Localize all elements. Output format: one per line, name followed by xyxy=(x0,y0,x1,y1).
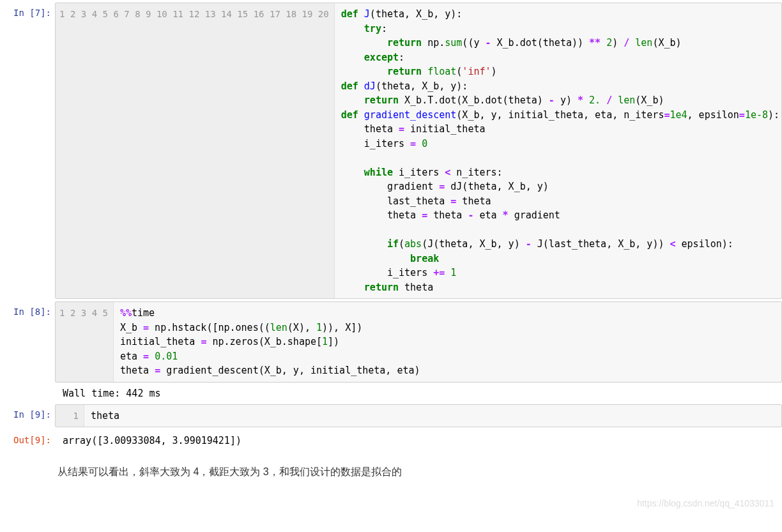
code-box-9[interactable]: 1 theta xyxy=(55,404,782,428)
gutter-9: 1 xyxy=(56,405,84,427)
out-area-9: array([3.00933084, 3.99019421]) xyxy=(55,430,782,449)
output-9: array([3.00933084, 3.99019421]) xyxy=(55,430,782,449)
code-area-8: 1 2 3 4 5 %%time X_b = np.hstack([np.one… xyxy=(55,301,782,402)
cell-in-8: In [8]: 1 2 3 4 5 %%time X_b = np.hstack… xyxy=(0,301,782,402)
code-content-7[interactable]: def J(theta, X_b, y): try: return np.sum… xyxy=(335,3,781,298)
output-8: Wall time: 442 ms xyxy=(55,383,782,402)
code-area-7: 1 2 3 4 5 6 7 8 9 10 11 12 13 14 15 16 1… xyxy=(55,3,782,299)
gutter-7: 1 2 3 4 5 6 7 8 9 10 11 12 13 14 15 16 1… xyxy=(56,3,335,298)
code-box-8[interactable]: 1 2 3 4 5 %%time X_b = np.hstack([np.one… xyxy=(55,301,782,383)
code-area-9: 1 theta xyxy=(55,404,782,428)
cell-in-7: In [7]: 1 2 3 4 5 6 7 8 9 10 11 12 13 14… xyxy=(0,3,782,299)
code-content-9[interactable]: theta xyxy=(84,405,781,427)
cell-in-9: In [9]: 1 theta xyxy=(0,404,782,428)
code-box-7[interactable]: 1 2 3 4 5 6 7 8 9 10 11 12 13 14 15 16 1… xyxy=(55,3,782,299)
prompt-out-9: Out[9]: xyxy=(0,430,55,445)
prompt-in-7: In [7]: xyxy=(0,3,55,18)
commentary-text: 从结果可以看出，斜率大致为 4，截距大致为 3，和我们设计的数据是拟合的 xyxy=(57,466,782,479)
cell-out-9: Out[9]: array([3.00933084, 3.99019421]) xyxy=(0,430,782,449)
prompt-in-8: In [8]: xyxy=(0,301,55,317)
gutter-8: 1 2 3 4 5 xyxy=(56,302,114,382)
prompt-in-9: In [9]: xyxy=(0,404,55,420)
code-content-8[interactable]: %%time X_b = np.hstack([np.ones((len(X),… xyxy=(114,302,781,382)
